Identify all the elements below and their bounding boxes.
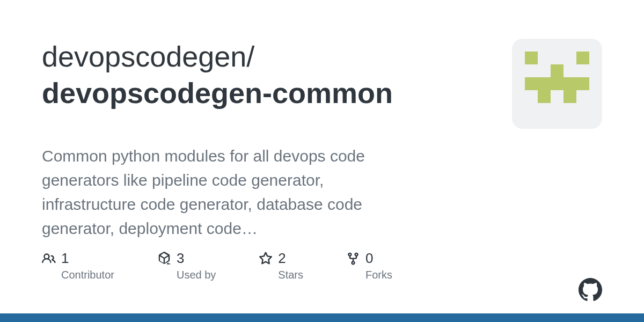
svg-rect-3	[525, 77, 538, 90]
repo-title[interactable]: devopscodegen/ devopscodegen-common	[42, 39, 491, 111]
svg-rect-8	[538, 90, 551, 103]
stat-value: 1	[61, 250, 69, 267]
stat-stars[interactable]: 2 Stars	[259, 250, 303, 281]
repo-description: Common python modules for all devops cod…	[42, 144, 418, 240]
stat-label: Used by	[177, 269, 216, 281]
package-dependents-icon	[157, 252, 171, 266]
stat-label: Stars	[278, 269, 303, 281]
identicon-icon	[525, 52, 589, 116]
repo-title-block: devopscodegen/ devopscodegen-common	[42, 39, 491, 111]
repo-owner: devopscodegen	[42, 40, 246, 72]
stat-contributors[interactable]: 1 Contributor	[42, 250, 114, 281]
github-logo[interactable]	[579, 278, 602, 302]
stats-row: 1 Contributor 3 Used by 2 Stars	[42, 250, 602, 281]
svg-rect-0	[525, 52, 538, 64]
stat-label: Forks	[365, 269, 392, 281]
svg-rect-2	[551, 64, 564, 77]
stat-value: 2	[278, 250, 286, 267]
avatar[interactable]	[512, 39, 602, 129]
people-icon	[42, 252, 56, 266]
repo-name: devopscodegen-common	[42, 77, 393, 109]
accent-bar	[0, 313, 644, 322]
svg-rect-4	[538, 77, 551, 90]
stat-usedby[interactable]: 3 Used by	[157, 250, 216, 281]
stat-forks[interactable]: 0 Forks	[346, 250, 392, 281]
stat-value: 3	[177, 250, 184, 267]
stat-label: Contributor	[61, 269, 114, 281]
svg-rect-5	[551, 77, 564, 90]
star-icon	[259, 252, 273, 266]
svg-rect-9	[564, 90, 576, 103]
stat-value: 0	[365, 250, 373, 267]
svg-rect-1	[576, 52, 589, 64]
fork-icon	[346, 252, 360, 266]
svg-rect-7	[576, 77, 589, 90]
github-mark-icon	[579, 278, 602, 302]
svg-rect-6	[564, 77, 576, 90]
